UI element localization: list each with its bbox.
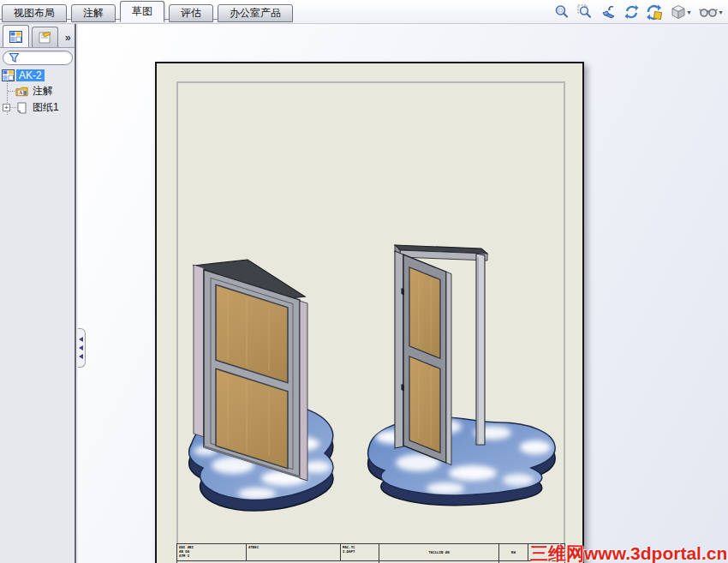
command-manager-bar: 视图布局 注解 草图 评估 办公室产品 [0, 0, 728, 24]
display-style-icon[interactable]: ▾ [699, 3, 723, 21]
expand-plus-button[interactable]: + [3, 104, 10, 111]
drawing-sheet-icon [15, 102, 28, 114]
tab-evaluate[interactable]: 评估 [169, 4, 213, 22]
refresh-view-icon[interactable] [623, 3, 640, 21]
tree-item-label: 注解 [30, 84, 56, 99]
drawing-document-icon [2, 69, 15, 81]
tree-item-ak2[interactable]: AK-2 [0, 67, 75, 83]
panel-tab-strip: » [0, 25, 75, 48]
panel-splitter-handle[interactable] [78, 328, 86, 368]
zoom-to-area-icon[interactable] [576, 3, 594, 21]
zoom-to-fit-icon[interactable] [553, 3, 570, 21]
filter-box[interactable] [3, 51, 73, 65]
svg-text:A: A [19, 90, 23, 95]
solidworks-window: 视图布局 注解 草图 评估 办公室产品 [0, 0, 728, 563]
dropdown-caret-icon: ▾ [687, 9, 690, 16]
tree-item-sheet1[interactable]: + 图纸1 [0, 99, 75, 116]
panel-tab-overflow[interactable]: » [65, 32, 71, 44]
title-block: DDI ABI AB OA ATM I ATBEC MAC.TC I.DAFT … [176, 543, 565, 563]
heads-up-toolbar: ▾ ▾ [553, 2, 723, 22]
title-block-cell: KW [499, 544, 528, 560]
title-block-cell: MAC.TC I.DAFT [341, 544, 379, 560]
graphics-area[interactable]: DDI ABI AB OA ATM I ATBEC MAC.TC I.DAFT … [78, 24, 728, 563]
tree-item-annotations[interactable]: A 注解 [0, 83, 75, 99]
tab-office-products[interactable]: 办公室产品 [218, 4, 293, 22]
collapse-arrow-icon [79, 337, 83, 342]
collapse-arrow-icon [79, 354, 83, 359]
feature-tree-icon [9, 31, 22, 43]
tab-annotation[interactable]: 注解 [71, 4, 116, 22]
feature-tree: AK-2 A 注解 + 图纸1 [0, 67, 75, 116]
collapse-arrow-icon [79, 345, 83, 350]
property-manager-tab[interactable] [32, 27, 58, 47]
view-orientation-icon[interactable]: ▾ [669, 3, 693, 21]
filter-input[interactable] [22, 53, 72, 63]
tree-item-label: AK-2 [16, 69, 45, 81]
watermark-text: 三维网www.3dportal.cn [530, 542, 727, 563]
title-block-cell: ATBEC [247, 544, 341, 560]
sheet-inner-border [176, 81, 565, 543]
title-block-cell: TACLLIB ON [379, 544, 499, 560]
dropdown-caret-icon: ▾ [719, 9, 722, 16]
ribbon-tabs: 视图布局 注解 草图 评估 办公室产品 [2, 1, 293, 22]
filter-funnel-icon [9, 52, 20, 63]
title-block-row: DDI ABI AB OA ATM I ATBEC MAC.TC I.DAFT … [176, 544, 565, 561]
feature-manager-tab[interactable] [3, 25, 29, 47]
title-block-cell: DDI ABI AB OA ATM I [176, 544, 247, 560]
tree-connector [8, 91, 16, 92]
drawing-sheet[interactable]: DDI ABI AB OA ATM I ATBEC MAC.TC I.DAFT … [155, 62, 584, 563]
rebuild-sheet-icon[interactable] [646, 3, 663, 21]
tab-view-layout[interactable]: 视图布局 [2, 4, 67, 22]
property-manager-icon [39, 32, 51, 44]
feature-manager-panel: » AK-2 [0, 24, 76, 563]
tree-item-label: 图纸1 [30, 100, 62, 115]
previous-view-icon[interactable] [600, 3, 617, 21]
annotations-folder-icon: A [15, 86, 28, 98]
tab-sketch[interactable]: 草图 [120, 1, 164, 22]
